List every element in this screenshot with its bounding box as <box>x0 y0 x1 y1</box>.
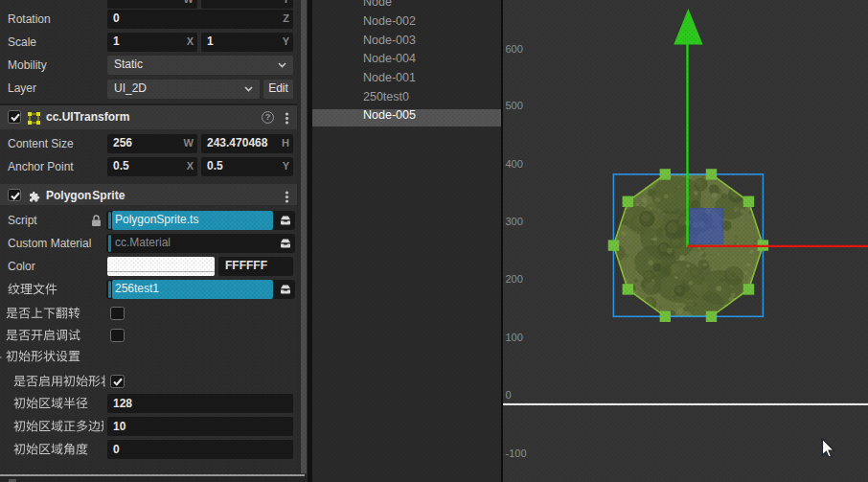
svg-text:500: 500 <box>506 100 523 111</box>
svg-text:200: 200 <box>506 273 523 285</box>
svg-text:-100: -100 <box>506 448 527 459</box>
svg-text:400: 400 <box>506 158 523 170</box>
svg-text:100: 100 <box>506 332 523 343</box>
svg-text:600: 600 <box>506 43 523 55</box>
svg-text:300: 300 <box>506 216 523 227</box>
svg-text:0: 0 <box>506 389 512 401</box>
